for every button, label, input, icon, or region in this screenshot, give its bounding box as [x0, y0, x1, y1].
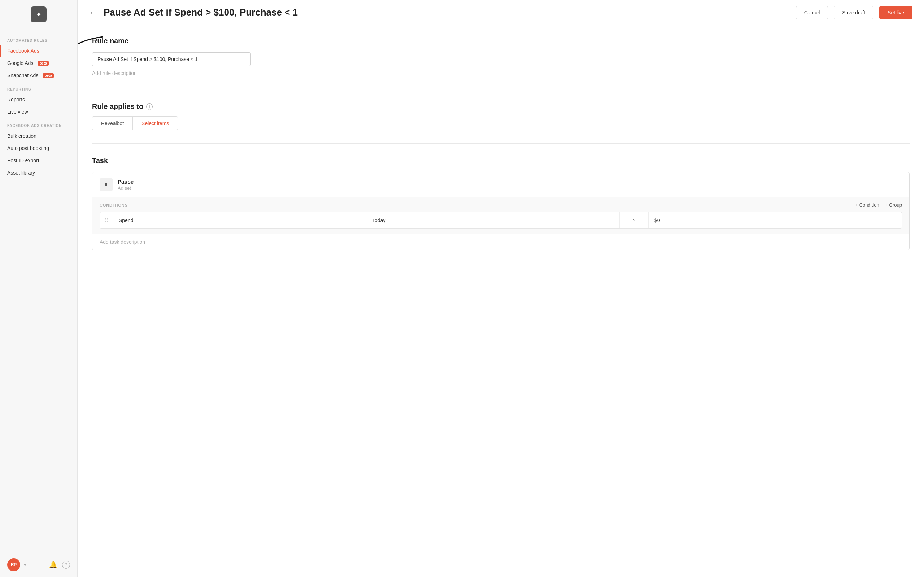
sidebar-item-label-google-ads: Google Ads: [7, 60, 33, 66]
drag-handle-icon[interactable]: ⠿: [100, 217, 113, 224]
task-header: ⏸ Pause Ad set: [92, 172, 909, 197]
task-name: Pause: [118, 179, 134, 185]
condition-period[interactable]: Today: [366, 213, 620, 228]
applies-to-tabs: Revealbot Select items: [92, 116, 178, 130]
rule-name-section: Rule name Add rule description: [92, 37, 909, 89]
cancel-button[interactable]: Cancel: [796, 6, 828, 19]
sidebar-section-reporting: REPORTING Reports Live view: [0, 82, 77, 118]
sidebar-item-post-id-export[interactable]: Post ID export: [0, 154, 77, 167]
applies-to-header: Rule applies to i: [92, 102, 909, 111]
task-info: Pause Ad set: [118, 179, 134, 191]
condition-value[interactable]: $0: [649, 213, 901, 228]
tab-select-items[interactable]: Select items: [132, 117, 178, 130]
sidebar-item-snapchat-ads[interactable]: Snapchat Ads beta: [0, 69, 77, 82]
pause-icon: ⏸: [100, 178, 113, 191]
add-group-button[interactable]: + Group: [885, 202, 902, 208]
notification-bell-icon[interactable]: 🔔: [49, 561, 57, 569]
sidebar-item-label-snapchat-ads: Snapchat Ads: [7, 73, 38, 78]
task-card: ⏸ Pause Ad set CONDITIONS + Condition + …: [92, 172, 909, 250]
sidebar-section-label-automated-rules: AUTOMATED RULES: [0, 33, 77, 45]
sidebar-item-bulk-creation[interactable]: Bulk creation: [0, 130, 77, 142]
sidebar-item-label-reports: Reports: [7, 97, 25, 102]
task-section-title: Task: [92, 156, 909, 165]
main-content: ← Pause Ad Set if Spend > $100, Purchase…: [78, 0, 924, 577]
set-live-button[interactable]: Set live: [879, 6, 913, 19]
sidebar-section-fb-creation: FACEBOOK ADS CREATION Bulk creation Auto…: [0, 118, 77, 179]
sidebar-item-label-asset-library: Asset library: [7, 170, 35, 176]
sidebar-bottom-bar: RP ▾ 🔔 ?: [0, 552, 77, 577]
sidebar-item-label-live-view: Live view: [7, 109, 28, 115]
rule-applies-info-icon[interactable]: i: [146, 103, 153, 110]
sidebar-item-google-ads[interactable]: Google Ads beta: [0, 57, 77, 69]
sidebar-section-automated-rules: AUTOMATED RULES Facebook Ads Google Ads …: [0, 33, 77, 82]
task-subtitle: Ad set: [118, 185, 134, 191]
user-chevron-icon[interactable]: ▾: [24, 562, 26, 567]
save-draft-button[interactable]: Save draft: [834, 6, 874, 19]
sidebar-logo: ✦: [0, 0, 77, 29]
page-title: Pause Ad Set if Spend > $100, Purchase <…: [103, 7, 790, 18]
google-ads-beta-badge: beta: [37, 61, 49, 66]
sidebar-item-label-facebook-ads: Facebook Ads: [7, 48, 39, 54]
add-task-description[interactable]: Add task description: [92, 234, 909, 250]
sidebar-item-reports[interactable]: Reports: [0, 93, 77, 106]
conditions-actions: + Condition + Group: [855, 202, 902, 208]
back-button[interactable]: ←: [89, 8, 96, 16]
add-condition-button[interactable]: + Condition: [855, 202, 879, 208]
sidebar: ✦ AUTOMATED RULES Facebook Ads Google Ad…: [0, 0, 78, 577]
conditions-header: CONDITIONS + Condition + Group: [100, 202, 902, 208]
conditions-label: CONDITIONS: [100, 203, 128, 207]
sidebar-item-label-post-id-export: Post ID export: [7, 158, 39, 163]
rule-applies-to-section: Rule applies to i Revealbot Select items: [92, 102, 909, 143]
user-avatar[interactable]: RP: [7, 558, 20, 571]
page-header: ← Pause Ad Set if Spend > $100, Purchase…: [78, 0, 924, 25]
sidebar-item-label-auto-post-boosting: Auto post boosting: [7, 145, 49, 151]
sidebar-item-label-bulk-creation: Bulk creation: [7, 133, 36, 139]
sidebar-item-facebook-ads[interactable]: Facebook Ads: [0, 45, 77, 57]
tab-revealbot[interactable]: Revealbot: [92, 117, 132, 130]
condition-row: ⠿ Spend Today > $0: [100, 212, 902, 229]
sidebar-bottom-icons: 🔔 ?: [49, 561, 70, 569]
task-section: Task ⏸ Pause Ad set CONDITIONS + Conditi: [92, 156, 909, 263]
app-logo-icon: ✦: [31, 6, 47, 23]
rule-applies-section-title: Rule applies to: [92, 102, 143, 111]
add-description-placeholder[interactable]: Add rule description: [92, 70, 909, 76]
sidebar-section-label-fb-creation: FACEBOOK ADS CREATION: [0, 118, 77, 130]
condition-operator[interactable]: >: [620, 213, 649, 228]
snapchat-ads-beta-badge: beta: [43, 73, 54, 78]
rule-name-section-title: Rule name: [92, 37, 909, 45]
help-icon[interactable]: ?: [62, 561, 70, 569]
sidebar-item-live-view[interactable]: Live view: [0, 106, 77, 118]
condition-metric[interactable]: Spend: [113, 213, 366, 228]
rule-name-input[interactable]: [92, 52, 251, 66]
sidebar-section-label-reporting: REPORTING: [0, 82, 77, 93]
sidebar-item-asset-library[interactable]: Asset library: [0, 167, 77, 179]
conditions-section: CONDITIONS + Condition + Group ⠿ Spend T…: [92, 197, 909, 234]
content-area: Rule name Add rule description Rule appl…: [78, 25, 924, 577]
sidebar-item-auto-post-boosting[interactable]: Auto post boosting: [0, 142, 77, 154]
